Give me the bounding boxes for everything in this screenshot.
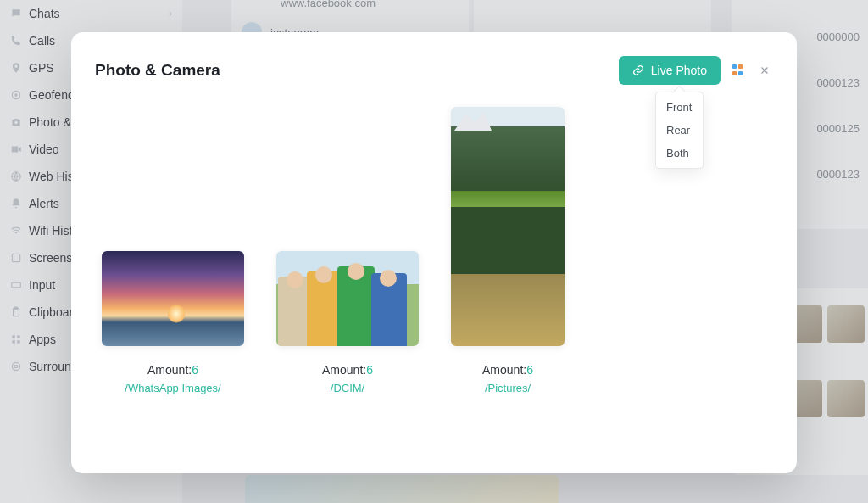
dropdown-item-rear[interactable]: Rear — [656, 119, 703, 142]
amount-value: 6 — [526, 363, 533, 377]
live-photo-button[interactable]: Live Photo — [619, 56, 721, 85]
photo-camera-modal: Photo & Camera Live Photo Front Rear Bot… — [71, 32, 797, 473]
modal-header: Photo & Camera Live Photo — [95, 56, 773, 85]
album-meta: Amount:6 — [482, 363, 533, 377]
album-thumbnail — [276, 251, 419, 346]
album-thumbnail — [451, 107, 565, 346]
album-card[interactable]: Amount:6 /WhatsApp Images/ — [102, 251, 244, 394]
close-button[interactable] — [756, 62, 773, 79]
modal-actions: Live Photo — [619, 56, 773, 85]
dropdown-item-front[interactable]: Front — [656, 96, 703, 119]
live-photo-label: Live Photo — [651, 64, 707, 77]
album-card[interactable]: Amount:6 /DCIM/ — [276, 251, 419, 394]
link-icon — [632, 64, 644, 76]
amount-label: Amount: — [482, 363, 526, 377]
album-path-link[interactable]: /Pictures/ — [485, 382, 531, 394]
album-meta: Amount:6 — [147, 363, 198, 377]
amount-label: Amount: — [322, 363, 366, 377]
album-meta: Amount:6 — [322, 363, 373, 377]
modal-title: Photo & Camera — [95, 61, 220, 80]
camera-dropdown: Front Rear Both — [655, 92, 704, 169]
dropdown-item-both[interactable]: Both — [656, 142, 703, 165]
album-thumbnail — [102, 251, 244, 346]
album-path-link[interactable]: /WhatsApp Images/ — [125, 382, 220, 394]
amount-value: 6 — [366, 363, 373, 377]
album-path-link[interactable]: /DCIM/ — [331, 382, 364, 394]
amount-value: 6 — [192, 363, 198, 377]
album-card[interactable]: Amount:6 /Pictures/ — [451, 107, 565, 394]
amount-label: Amount: — [147, 363, 192, 377]
grid-toggle-button[interactable] — [732, 64, 744, 76]
